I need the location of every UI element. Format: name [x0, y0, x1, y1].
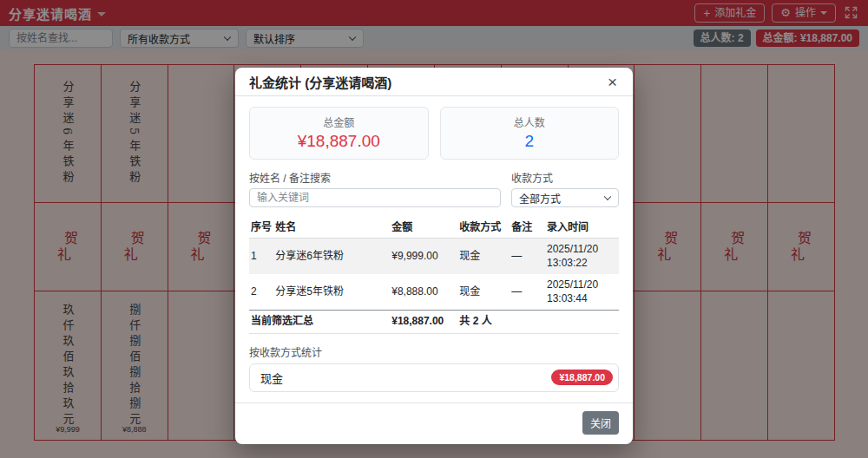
payment-method-select[interactable]: 全部方式: [511, 188, 619, 207]
method-amount-badge: ¥18,887.00: [551, 370, 613, 385]
total-people-label: 总人数: [441, 114, 619, 129]
modal-title: 礼金统计 (分享迷请喝酒): [249, 73, 391, 91]
summary-label: 当前筛选汇总: [249, 311, 390, 334]
method-stats-label: 按收款方式统计: [249, 344, 619, 359]
method-stats-list: 现金¥18,887.00: [249, 363, 619, 392]
table-cell: 分享迷6年铁粉: [273, 239, 390, 275]
table-cell: 现金: [457, 274, 510, 311]
summary-cards: 总金额 ¥18,887.00 总人数 2: [249, 107, 619, 160]
total-amount-label: 总金额: [250, 114, 428, 129]
modal-filters: 按姓名 / 备注搜索 收款方式 全部方式: [249, 170, 619, 207]
table-row: 1分享迷6年铁粉¥9,999.00现金—2025/11/20 13:03:22: [249, 239, 619, 275]
gift-table: 序号 姓名 金额 收款方式 备注 录入时间 1分享迷6年铁粉¥9,999.00现…: [249, 216, 619, 334]
modal-header: 礼金统计 (分享迷请喝酒) ×: [235, 68, 633, 96]
table-cell: 2: [249, 274, 273, 311]
gift-table-body: 1分享迷6年铁粉¥9,999.00现金—2025/11/20 13:03:222…: [249, 239, 619, 311]
table-cell: —: [510, 274, 545, 311]
table-cell: ¥9,999.00: [390, 239, 457, 275]
method-stat-item: 现金¥18,887.00: [249, 363, 619, 392]
total-amount-value: ¥18,887.00: [250, 132, 428, 151]
method-name: 现金: [260, 370, 283, 386]
summary-amount: ¥18,887.00: [390, 311, 457, 334]
summary-count: 共 2 人: [457, 311, 619, 334]
table-cell: —: [510, 239, 545, 275]
chevron-down-icon: [604, 193, 611, 200]
table-cell: 2025/11/20 13:03:22: [545, 239, 619, 275]
gift-table-header-row: 序号 姓名 金额 收款方式 备注 录入时间: [249, 216, 619, 239]
total-amount-card: 总金额 ¥18,887.00: [249, 107, 429, 160]
table-row: 2分享迷5年铁粉¥8,888.00现金—2025/11/20 13:03:44: [249, 274, 619, 311]
keyword-search-input[interactable]: [249, 188, 501, 207]
close-button[interactable]: 关闭: [582, 411, 619, 435]
payment-method-label: 收款方式: [511, 170, 619, 185]
keyword-search-label: 按姓名 / 备注搜索: [249, 170, 501, 185]
total-people-card: 总人数 2: [440, 107, 620, 160]
table-cell: 分享迷5年铁粉: [273, 274, 390, 311]
table-cell: 2025/11/20 13:03:44: [545, 274, 619, 311]
total-people-value: 2: [441, 132, 619, 151]
app-window: 分享迷请喝酒 + 添加礼金 ⚙ 操作: [0, 0, 868, 458]
gift-statistics-modal: 礼金统计 (分享迷请喝酒) × 总金额 ¥18,887.00 总人数 2 按姓名…: [235, 68, 633, 444]
filter-summary-row: 当前筛选汇总 ¥18,887.00 共 2 人: [249, 311, 619, 334]
modal-footer: 关闭: [235, 402, 633, 444]
close-icon[interactable]: ×: [606, 74, 619, 90]
table-cell: 现金: [457, 239, 510, 275]
table-cell: 1: [249, 239, 273, 275]
table-cell: ¥8,888.00: [390, 274, 457, 311]
modal-body: 总金额 ¥18,887.00 总人数 2 按姓名 / 备注搜索 收款方式 全部方…: [235, 96, 633, 392]
